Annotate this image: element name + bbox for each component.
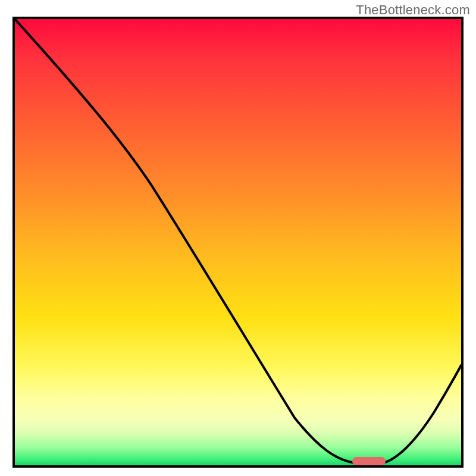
optimal-range-marker xyxy=(352,457,386,465)
plot-area xyxy=(12,17,464,468)
curve-overlay xyxy=(15,19,461,465)
bottleneck-curve-path xyxy=(15,19,461,463)
watermark-text: TheBottleneck.com xyxy=(356,2,470,18)
chart-frame: TheBottleneck.com xyxy=(0,0,476,476)
